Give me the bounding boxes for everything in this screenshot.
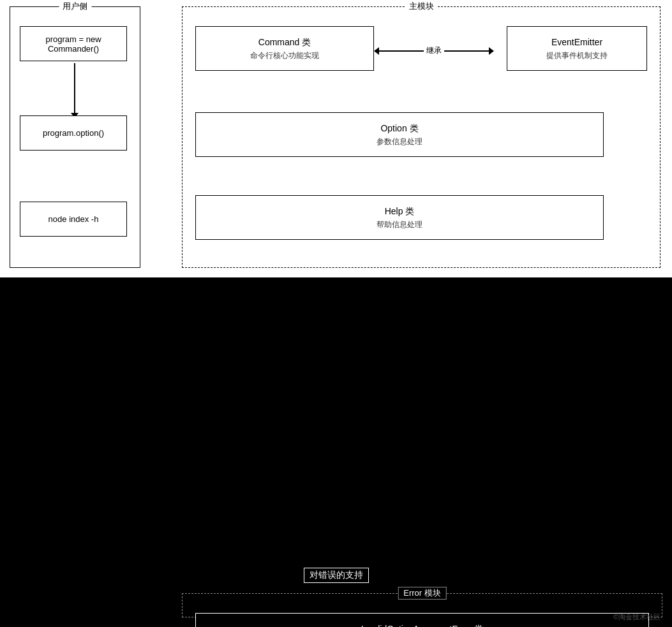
- option-class-box: Option 类 参数信息处理: [195, 112, 604, 157]
- user-box-program-option: program.option(): [20, 115, 127, 151]
- error-module-label: Error 模块: [398, 587, 447, 600]
- invalid-option-error-box: InvalidOptionArgumentError 类 选项相关错误: [195, 613, 649, 627]
- user-side-label: 用户侧: [59, 1, 91, 12]
- error-support-label: 对错误的支持: [304, 568, 369, 583]
- inherit-arrow-cmd-event: 继承: [374, 45, 494, 56]
- error-module-panel: Error 模块 InvalidOptionArgumentError 类 选项…: [182, 593, 662, 617]
- user-side-panel: 用户侧 program = new Commander() program.op…: [10, 6, 140, 268]
- arrow-head-right: [489, 47, 494, 55]
- arrow-down-1: [71, 63, 78, 118]
- inherit-label: 继承: [424, 45, 444, 56]
- arrow-line-h: [379, 50, 424, 52]
- bottom-section: 对错误的支持 Error 模块 InvalidOptionArgumentErr…: [0, 277, 672, 627]
- user-box-program-new: program = new Commander(): [20, 26, 127, 61]
- event-emitter-box: EventEmitter 提供事件机制支持: [507, 26, 647, 71]
- command-class-box: Command 类 命令行核心功能实现: [195, 26, 374, 71]
- arrow-line-h2: [444, 50, 489, 52]
- arrow-line-v1: [74, 63, 75, 113]
- watermark: ©淘金技术社区: [613, 612, 661, 622]
- main-module-label: 主模块: [405, 1, 438, 12]
- main-module-panel: 主模块 Command 类 命令行核心功能实现 EventEmitter 提供事…: [182, 6, 661, 268]
- help-class-box: Help 类 帮助信息处理: [195, 195, 604, 240]
- arrow-head-left: [374, 47, 379, 55]
- user-box-node-index: node index -h: [20, 202, 127, 237]
- top-section: 用户侧 program = new Commander() program.op…: [0, 0, 672, 277]
